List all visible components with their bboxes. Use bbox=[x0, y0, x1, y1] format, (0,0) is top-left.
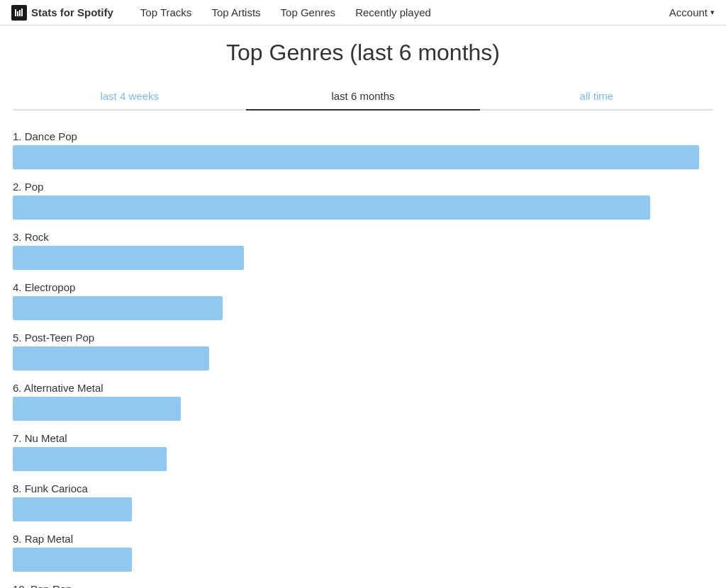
genre-bar-container bbox=[13, 246, 713, 270]
genre-bar-container bbox=[13, 196, 713, 220]
tab-bar: last 4 weeks last 6 months all time bbox=[13, 83, 713, 111]
tab-last-6-months[interactable]: last 6 months bbox=[246, 83, 479, 111]
nav-top-tracks[interactable]: Top Tracks bbox=[130, 0, 202, 26]
genre-label: 8. Funk Carioca bbox=[13, 482, 713, 494]
tab-all-time[interactable]: all time bbox=[480, 83, 713, 109]
genre-item: 6. Alternative Metal bbox=[13, 382, 713, 421]
nav-recently-played[interactable]: Recently played bbox=[345, 0, 441, 26]
genre-bar bbox=[13, 296, 223, 320]
genre-bar-container bbox=[13, 548, 713, 572]
genre-bar bbox=[13, 397, 181, 421]
page-title: Top Genres (last 6 months) bbox=[13, 40, 713, 66]
genre-item: 9. Rap Metal bbox=[13, 533, 713, 572]
genre-item: 7. Nu Metal bbox=[13, 432, 713, 471]
genre-label: 2. Pop bbox=[13, 181, 713, 193]
genre-bar bbox=[13, 497, 132, 521]
genre-label: 6. Alternative Metal bbox=[13, 382, 713, 394]
genre-label: 7. Nu Metal bbox=[13, 432, 713, 444]
main-content: Top Genres (last 6 months) last 4 weeks … bbox=[1, 26, 725, 588]
genre-list: 1. Dance Pop2. Pop3. Rock4. Electropop5.… bbox=[13, 130, 713, 588]
svg-rect-2 bbox=[19, 10, 21, 16]
brand-name: Stats for Spotify bbox=[31, 6, 113, 18]
genre-bar-container bbox=[13, 497, 713, 521]
account-label: Account bbox=[669, 6, 708, 18]
account-menu[interactable]: Account ▾ bbox=[669, 6, 715, 18]
genre-bar-container bbox=[13, 145, 713, 169]
svg-rect-3 bbox=[21, 9, 23, 16]
tab-last-4-weeks[interactable]: last 4 weeks bbox=[13, 83, 246, 109]
genre-item: 3. Rock bbox=[13, 231, 713, 270]
navbar: Stats for Spotify Top Tracks Top Artists… bbox=[0, 0, 726, 26]
account-caret: ▾ bbox=[710, 8, 715, 17]
genre-item: 8. Funk Carioca bbox=[13, 482, 713, 521]
nav-links: Top Tracks Top Artists Top Genres Recent… bbox=[130, 0, 669, 26]
genre-item: 10. Pop Rap bbox=[13, 583, 713, 588]
nav-top-genres[interactable]: Top Genres bbox=[271, 0, 346, 26]
genre-bar bbox=[13, 346, 209, 371]
genre-label: 9. Rap Metal bbox=[13, 533, 713, 545]
nav-top-artists[interactable]: Top Artists bbox=[201, 0, 270, 26]
genre-item: 1. Dance Pop bbox=[13, 130, 713, 169]
genre-bar-container bbox=[13, 397, 713, 421]
genre-bar bbox=[13, 145, 699, 169]
genre-item: 2. Pop bbox=[13, 181, 713, 220]
genre-bar bbox=[13, 196, 650, 220]
genre-bar-container bbox=[13, 346, 713, 371]
genre-bar-container bbox=[13, 447, 713, 471]
genre-bar-container bbox=[13, 296, 713, 320]
svg-rect-0 bbox=[15, 9, 16, 16]
genre-item: 5. Post-Teen Pop bbox=[13, 332, 713, 371]
svg-rect-1 bbox=[17, 11, 18, 16]
genre-label: 1. Dance Pop bbox=[13, 130, 713, 142]
brand-link[interactable]: Stats for Spotify bbox=[11, 5, 113, 21]
genre-label: 4. Electropop bbox=[13, 281, 713, 293]
genre-bar bbox=[13, 447, 167, 471]
genre-label: 5. Post-Teen Pop bbox=[13, 332, 713, 344]
brand-icon bbox=[11, 5, 27, 21]
genre-bar bbox=[13, 548, 132, 572]
genre-item: 4. Electropop bbox=[13, 281, 713, 320]
genre-label: 3. Rock bbox=[13, 231, 713, 243]
genre-label: 10. Pop Rap bbox=[13, 583, 713, 588]
genre-bar bbox=[13, 246, 244, 270]
